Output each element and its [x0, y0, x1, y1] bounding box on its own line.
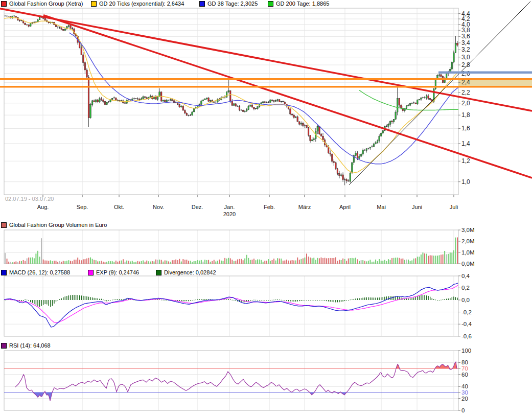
volume-swatch: [1, 222, 7, 228]
svg-text:2,0M: 2,0M: [461, 238, 475, 244]
svg-text:60: 60: [461, 372, 468, 378]
legend-gd38-label: GD 38 Tage: 2,3025: [207, 1, 258, 7]
svg-text:2,2: 2,2: [461, 89, 470, 96]
moving-averages: [4, 17, 458, 173]
macd-histogram: [5, 295, 457, 307]
svg-text:30: 30: [461, 389, 468, 396]
svg-text:Okt.: Okt.: [114, 204, 124, 210]
divergence-swatch: [156, 270, 161, 275]
legend-volume: Global Fashion Group Volumen in Euro: [1, 222, 107, 228]
legend-gd20: GD 20 Ticks (exponential): 2,6434: [91, 1, 184, 7]
svg-text:Aug.: Aug.: [37, 204, 49, 210]
svg-text:Feb.: Feb.: [264, 204, 275, 210]
svg-text:1,0M: 1,0M: [461, 249, 475, 256]
svg-text:20: 20: [461, 396, 468, 402]
svg-text:Juli: Juli: [450, 204, 458, 210]
svg-text:März: März: [298, 204, 311, 210]
svg-text:Jan.: Jan.: [224, 204, 235, 210]
legend-divergence-label: Divergence: 0,02842: [164, 269, 216, 275]
axis-labels: 4,44,24,03,83,63,43,23,02,82,62,42,22,01…: [37, 10, 475, 413]
legend-rsi-label: RSI (14): 64,068: [9, 342, 51, 349]
svg-text:2,4: 2,4: [461, 79, 470, 86]
legend-exp: EXP (9): 0,24746: [88, 269, 139, 275]
legend-gd200-label: GD 200 Tage: 1,8865: [276, 1, 329, 7]
legend-main-price: Global Fashion Group (Xetra): [1, 1, 83, 7]
svg-text:1,2: 1,2: [461, 157, 470, 165]
svg-text:0,2: 0,2: [461, 285, 470, 291]
svg-text:1,6: 1,6: [461, 125, 470, 132]
svg-text:Mai: Mai: [377, 204, 386, 210]
svg-text:Nov.: Nov.: [153, 204, 164, 210]
svg-text:2020: 2020: [223, 211, 236, 217]
rsi-swatch: [1, 343, 7, 349]
svg-text:3,4: 3,4: [461, 39, 470, 47]
legend-gd20-label: GD 20 Ticks (exponential): 2,6434: [99, 1, 184, 7]
stock-chart-canvas: 4,44,24,03,83,63,43,23,02,82,62,42,22,01…: [0, 0, 532, 416]
legend-exp-label: EXP (9): 0,24746: [96, 269, 139, 275]
chart-graphics: 4,44,24,03,83,63,43,23,02,82,62,42,22,01…: [0, 0, 532, 416]
exp-swatch: [88, 270, 94, 275]
svg-text:100: 100: [461, 348, 471, 354]
price-series-swatch: [1, 1, 7, 7]
svg-text:1,4: 1,4: [461, 140, 470, 147]
svg-text:2,8: 2,8: [461, 61, 470, 68]
svg-text:1,8: 1,8: [461, 111, 470, 119]
svg-text:3,0M: 3,0M: [461, 227, 475, 233]
downtrend-major: [0, 9, 532, 111]
macd-swatch: [1, 270, 7, 275]
trend-lines: [0, 2, 532, 185]
legend-macd-label: MACD (26, 12): 0,27588: [9, 269, 70, 275]
svg-text:2,0: 2,0: [461, 100, 470, 107]
rsi-pane: [4, 351, 458, 410]
volume-pane: [4, 230, 458, 264]
gd20-swatch: [91, 1, 97, 7]
legend-volume-label: Global Fashion Group Volumen in Euro: [9, 222, 107, 228]
legend-gd200: GD 200 Tage: 1,8865: [268, 1, 329, 7]
legend-divergence: Divergence: 0,02842: [156, 269, 216, 275]
svg-text:3,0: 3,0: [461, 54, 470, 61]
svg-text:0,0: 0,0: [461, 297, 470, 303]
gd200-swatch: [268, 1, 273, 7]
indicator-lines: [4, 283, 458, 401]
legend-macd: MACD (26, 12): 0,27588: [1, 269, 70, 275]
svg-text:70: 70: [461, 365, 468, 372]
legend-gd38: GD 38 Tage: 2,3025: [199, 1, 258, 7]
svg-text:Sep.: Sep.: [77, 204, 88, 210]
date-range-label: 02.07.19 - 03.07.20: [5, 196, 54, 202]
legend-rsi: RSI (14): 64,068: [1, 342, 51, 349]
svg-text:0,0M: 0,0M: [461, 261, 475, 267]
svg-text:40: 40: [461, 383, 468, 389]
svg-text:-0,6: -0,6: [461, 333, 472, 339]
macd-pane: [4, 276, 458, 336]
svg-text:0: 0: [461, 407, 465, 413]
svg-text:-0,2: -0,2: [461, 309, 472, 315]
svg-text:Dez.: Dez.: [192, 204, 203, 210]
gd38-swatch: [199, 1, 205, 7]
svg-text:0,4: 0,4: [461, 273, 470, 279]
svg-text:1,0: 1,0: [461, 178, 470, 186]
candles: [4, 15, 458, 185]
svg-text:80: 80: [461, 359, 468, 365]
uptrend-black: [349, 2, 530, 185]
svg-text:3,2: 3,2: [461, 46, 470, 53]
svg-text:April: April: [339, 204, 351, 210]
svg-text:Juni: Juni: [412, 204, 422, 210]
svg-text:-0,4: -0,4: [461, 321, 472, 327]
legend-price-label: Global Fashion Group (Xetra): [9, 1, 83, 7]
